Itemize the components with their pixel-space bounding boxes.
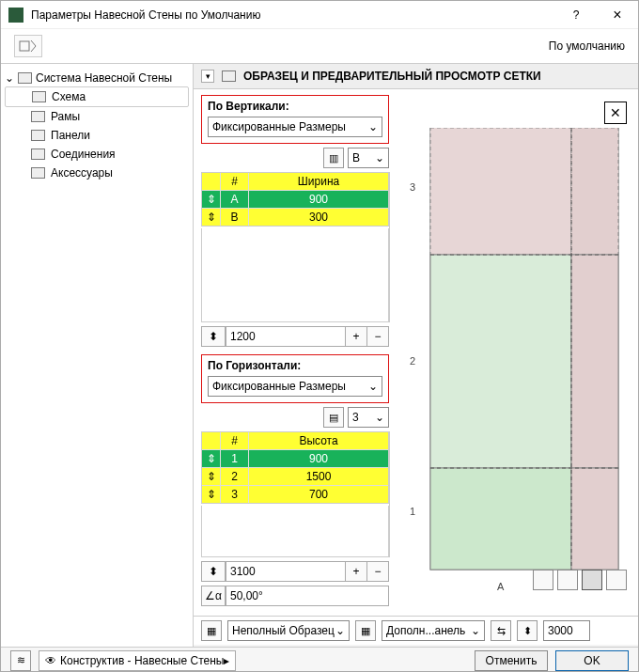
horizontal-mode-select[interactable]: Фиксированные Размеры ⌄ xyxy=(208,376,382,397)
sample-mode-icon: ▦ xyxy=(201,620,222,641)
row-handle[interactable]: ⇕ xyxy=(202,468,221,485)
svg-rect-5 xyxy=(571,255,618,468)
horizontal-table-empty-area xyxy=(201,506,389,557)
tree-item-label: Соединения xyxy=(51,148,116,161)
flip-icon[interactable]: ⇆ xyxy=(491,620,511,641)
horizontal-col-height-header: Высота xyxy=(249,432,388,449)
extra-panel-select[interactable]: Дополн...анель ⌄ xyxy=(382,620,485,641)
chevron-down-icon: ⌄ xyxy=(368,120,378,133)
preview-y-tick: 3 xyxy=(410,181,415,193)
horizontal-row-select[interactable]: 3 ⌄ xyxy=(348,407,389,428)
default-label: По умолчанию xyxy=(549,39,625,53)
horizontal-row-value[interactable]: 700 xyxy=(249,486,388,503)
horizontal-row-value[interactable]: 1500 xyxy=(249,468,388,485)
app-icon xyxy=(8,8,23,23)
frames-icon xyxy=(31,111,45,122)
junctions-icon xyxy=(31,148,45,160)
layers-icon[interactable]: ≋ xyxy=(10,650,31,671)
horizontal-row-id: 3 xyxy=(221,486,249,503)
svg-rect-7 xyxy=(571,468,618,570)
horizontal-label: По Горизонтали: xyxy=(208,359,382,372)
favorites-button[interactable] xyxy=(14,35,42,57)
vertical-add-column-button[interactable]: + xyxy=(345,326,367,347)
vertical-col-idx-header: # xyxy=(221,173,249,190)
vertical-row-id: A xyxy=(221,191,249,208)
total-height-icon: ⬍ xyxy=(201,561,226,582)
horizontal-row-value: 3 xyxy=(352,411,359,424)
size-icon: ⬍ xyxy=(517,620,538,641)
tree-item-label: Аксессуары xyxy=(51,166,113,180)
row-handle[interactable]: ⇕ xyxy=(202,209,221,226)
chevron-down-icon: ⌄ xyxy=(471,624,480,637)
column-layout-icon[interactable]: ▥ xyxy=(323,148,344,168)
tree-item-scheme[interactable]: Схема xyxy=(5,86,189,107)
preview-x-tick: A xyxy=(497,581,504,592)
horizontal-row-id: 2 xyxy=(221,468,249,485)
preview-close-button[interactable]: ✕ xyxy=(604,102,627,124)
svg-rect-0 xyxy=(20,41,29,51)
tree-item-panels[interactable]: Панели xyxy=(5,126,189,145)
horizontal-rows-table[interactable]: # Высота ⇕ 1 900 ⇕ 2 1500 xyxy=(201,431,389,504)
preview-mode-3[interactable] xyxy=(582,570,602,590)
preview-mode-1[interactable] xyxy=(533,570,553,590)
vertical-label: По Вертикали: xyxy=(208,100,382,113)
ok-button[interactable]: OK xyxy=(555,650,629,671)
angle-icon: ∠α xyxy=(201,586,226,606)
window-title: Параметры Навесной Стены по Умолчанию xyxy=(31,8,555,22)
vertical-row-value[interactable]: 300 xyxy=(249,209,388,226)
horizontal-total-input[interactable]: 3100 xyxy=(226,561,346,582)
row-handle[interactable]: ⇕ xyxy=(202,191,221,208)
vertical-total-input[interactable]: 1200 xyxy=(226,326,346,347)
sample-mode-value: Неполный Образец xyxy=(232,624,335,637)
tree-item-label: Схема xyxy=(52,90,86,103)
tree-item-junctions[interactable]: Соединения xyxy=(5,145,189,164)
row-handle[interactable]: ⇕ xyxy=(202,486,221,503)
vertical-columns-table[interactable]: # Ширина ⇕ A 900 ⇕ B 300 xyxy=(201,172,389,227)
close-window-button[interactable]: × xyxy=(597,1,638,29)
help-button[interactable]: ? xyxy=(555,1,597,29)
horizontal-row-value[interactable]: 900 xyxy=(249,450,388,467)
horizontal-row-id: 1 xyxy=(221,450,249,467)
tree-item-accessories[interactable]: Аксессуары xyxy=(5,164,189,182)
vertical-mode-select[interactable]: Фиксированные Размеры ⌄ xyxy=(208,117,382,137)
chevron-down-icon: ⌄ xyxy=(375,411,384,424)
tree-item-label: Панели xyxy=(51,129,90,142)
chevron-down-icon: ⌄ xyxy=(5,71,14,85)
scheme-icon xyxy=(32,91,46,102)
chevron-down-icon: ⌄ xyxy=(375,151,384,164)
accessories-icon xyxy=(31,167,45,179)
preview-y-tick: 2 xyxy=(410,355,415,367)
tree-root-label: Система Навесной Стены xyxy=(36,71,172,85)
size-input[interactable]: 3000 xyxy=(543,620,590,641)
cancel-button[interactable]: Отменить xyxy=(475,650,548,671)
row-handle[interactable]: ⇕ xyxy=(202,450,221,467)
vertical-mode-group: По Вертикали: Фиксированные Размеры ⌄ xyxy=(201,95,389,144)
svg-rect-6 xyxy=(430,468,571,570)
row-layout-icon[interactable]: ▤ xyxy=(323,407,344,428)
angle-input[interactable]: 50,00° xyxy=(226,586,389,606)
preview-mode-4[interactable] xyxy=(606,570,627,590)
vertical-table-scrollbar[interactable] xyxy=(389,172,390,322)
tree-item-label: Рамы xyxy=(51,110,80,123)
tree-root[interactable]: ⌄ Система Навесной Стены xyxy=(5,70,189,86)
chevron-down-icon[interactable]: ▾ xyxy=(201,70,214,83)
svg-rect-3 xyxy=(571,128,618,255)
preview-mode-2[interactable] xyxy=(557,570,578,590)
svg-rect-4 xyxy=(430,255,571,468)
horizontal-mode-value: Фиксированные Размеры xyxy=(212,380,346,393)
horizontal-add-row-button[interactable]: + xyxy=(345,561,367,582)
vertical-column-select[interactable]: B ⌄ xyxy=(348,148,389,168)
chevron-down-icon: ⌄ xyxy=(368,380,378,393)
sample-mode-select[interactable]: Неполный Образец ⌄ xyxy=(227,620,350,641)
vertical-row-value[interactable]: 900 xyxy=(249,191,388,208)
eye-icon: 👁 xyxy=(45,654,56,667)
layer-combo[interactable]: 👁 Конструктив - Навесные Стены▸ xyxy=(39,650,236,671)
horizontal-remove-row-button[interactable]: − xyxy=(366,561,389,582)
horizontal-table-scrollbar[interactable] xyxy=(389,431,390,557)
vertical-column-value: B xyxy=(352,151,360,164)
vertical-table-empty-area xyxy=(201,228,389,322)
horizontal-col-idx-header: # xyxy=(221,432,249,449)
panel-title: ОБРАЗЕЦ И ПРЕДВАРИТЕЛЬНЫЙ ПРОСМОТР СЕТКИ xyxy=(243,70,541,83)
tree-item-frames[interactable]: Рамы xyxy=(5,107,189,126)
vertical-remove-column-button[interactable]: − xyxy=(366,326,389,347)
